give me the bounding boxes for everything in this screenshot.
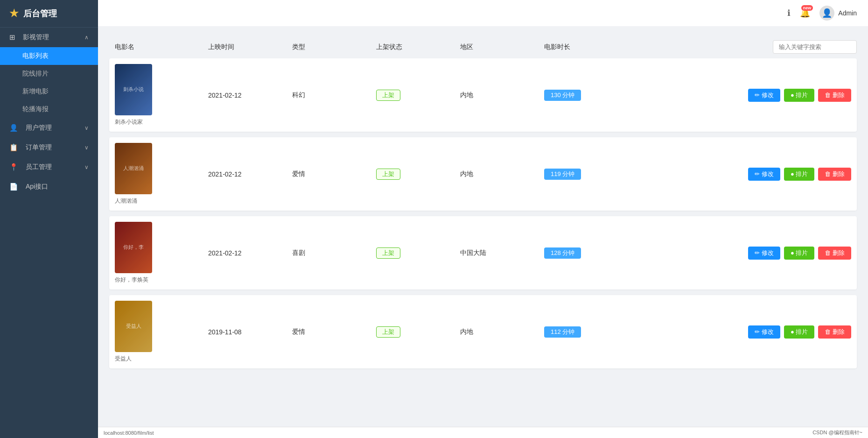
col-header-movie-name: 电影名 (115, 43, 208, 51)
status-badge-2: 上架 (376, 247, 400, 259)
status-badge-3: 上架 (376, 326, 400, 338)
action-buttons-3: ✏ 修改 ● 排片 🗑 删除 (628, 325, 851, 339)
movie-date-1: 2021-02-12 (208, 170, 292, 178)
chevron-down-icon-order: ∨ (84, 144, 89, 151)
sidebar-group-api-label: Api接口 (26, 183, 89, 191)
chevron-down-icon-staff: ∨ (84, 164, 89, 170)
sidebar-item-add-movie[interactable]: 新增电影 (0, 83, 98, 100)
duration-badge-2: 128 分钟 (544, 247, 581, 259)
status-url: localhost:8080/film/list (104, 430, 154, 436)
movie-date-0: 2021-02-12 (208, 92, 292, 99)
movie-title-1: 人潮汹涌 (115, 197, 137, 205)
sidebar-group-media[interactable]: ⊞ 影视管理 ∧ (0, 28, 98, 47)
status-badge-0: 上架 (376, 90, 400, 101)
content: 电影名 上映时间 类型 上架状态 地区 电影时长 刺杀小说 刺杀小说家 2021… (98, 26, 868, 427)
movie-region-2: 中国大陆 (460, 249, 544, 257)
movie-duration-1: 119 分钟 (544, 169, 628, 180)
sidebar-section-order: 📋 订单管理 ∨ (0, 138, 98, 157)
sidebar-group-user-label: 用户管理 (26, 124, 81, 132)
order-icon: 📋 (9, 143, 18, 152)
movie-status-3: 上架 (376, 326, 460, 338)
svg-text:人潮汹涌: 人潮汹涌 (123, 165, 144, 171)
sidebar-item-carousel-poster[interactable]: 轮播海报 (0, 100, 98, 118)
table-row: 你好，李 你好，李焕英 2021-02-12 喜剧 上架 中国大陆 128 分钟… (109, 216, 857, 290)
action-buttons-2: ✏ 修改 ● 排片 🗑 删除 (628, 247, 851, 260)
table-row: 刺杀小说 刺杀小说家 2021-02-12 科幻 上架 内地 130 分钟 ✏ … (109, 58, 857, 132)
schedule-button-3[interactable]: ● 排片 (784, 325, 814, 339)
duration-badge-3: 112 分钟 (544, 326, 581, 338)
sidebar-logo: ★ 后台管理 (0, 0, 98, 28)
sidebar-section-media: ⊞ 影视管理 ∧ 电影列表 院线排片 新增电影 轮播海报 (0, 28, 98, 118)
movie-date-2: 2021-02-12 (208, 249, 292, 257)
movie-duration-3: 112 分钟 (544, 326, 628, 338)
movie-poster-0: 刺杀小说 (115, 64, 152, 115)
notification-badge: new (801, 5, 813, 11)
delete-button-0[interactable]: 🗑 删除 (818, 89, 851, 102)
status-bar: localhost:8080/film/list CSDN @编程指南针~ (98, 427, 868, 438)
movie-type-2: 喜剧 (292, 249, 376, 257)
movie-poster-3: 受益人 (115, 301, 152, 352)
top-bar: ℹ 🔔 new 👤 Admin (98, 0, 868, 26)
sidebar-item-cinema-schedule[interactable]: 院线排片 (0, 65, 98, 83)
edit-button-2[interactable]: ✏ 修改 (748, 247, 780, 260)
avatar: 👤 (819, 6, 834, 21)
staff-icon: 📍 (9, 163, 18, 171)
schedule-button-2[interactable]: ● 排片 (784, 247, 814, 260)
col-header-duration: 电影时长 (544, 43, 637, 51)
movie-status-0: 上架 (376, 90, 460, 101)
sidebar-group-api[interactable]: 📄 Api接口 (0, 177, 98, 197)
sidebar-item-movie-list[interactable]: 电影列表 (0, 47, 98, 65)
info-icon[interactable]: ℹ (787, 8, 791, 18)
sidebar-group-staff[interactable]: 📍 员工管理 ∨ (0, 157, 98, 177)
sidebar-section-staff: 📍 员工管理 ∨ (0, 157, 98, 177)
movie-region-1: 内地 (460, 170, 544, 178)
user-icon: 👤 (9, 124, 18, 132)
search-input[interactable] (773, 40, 857, 54)
col-header-type: 类型 (292, 43, 376, 51)
sidebar-group-staff-label: 员工管理 (26, 163, 81, 171)
sidebar-section-api: 📄 Api接口 (0, 177, 98, 197)
movie-poster-1: 人潮汹涌 (115, 143, 152, 194)
duration-badge-1: 119 分钟 (544, 169, 581, 180)
api-icon: 📄 (9, 183, 18, 191)
movie-poster-2: 你好，李 (115, 222, 152, 273)
sidebar-group-media-label: 影视管理 (23, 33, 81, 42)
delete-button-1[interactable]: 🗑 删除 (818, 168, 851, 181)
notification-icon[interactable]: 🔔 new (800, 8, 810, 18)
col-header-date: 上映时间 (208, 43, 292, 51)
action-buttons-0: ✏ 修改 ● 排片 🗑 删除 (628, 89, 851, 102)
movie-region-0: 内地 (460, 91, 544, 99)
movie-poster-area-2: 你好，李 你好，李焕英 (115, 222, 208, 284)
edit-button-0[interactable]: ✏ 修改 (748, 89, 780, 102)
delete-button-2[interactable]: 🗑 删除 (818, 247, 851, 260)
action-buttons-1: ✏ 修改 ● 排片 🗑 删除 (628, 168, 851, 181)
edit-button-1[interactable]: ✏ 修改 (748, 168, 780, 181)
delete-button-3[interactable]: 🗑 删除 (818, 325, 851, 339)
sidebar: ★ 后台管理 ⊞ 影视管理 ∧ 电影列表 院线排片 新增电影 轮播海报 👤 用户… (0, 0, 98, 438)
movie-duration-2: 128 分钟 (544, 247, 628, 259)
movie-type-3: 爱情 (292, 328, 376, 336)
user-info[interactable]: 👤 Admin (819, 6, 857, 21)
status-badge-1: 上架 (376, 169, 400, 180)
movie-duration-0: 130 分钟 (544, 90, 628, 101)
schedule-button-0[interactable]: ● 排片 (784, 89, 814, 102)
sidebar-group-order[interactable]: 📋 订单管理 ∨ (0, 138, 98, 157)
movie-title-2: 你好，李焕英 (115, 276, 148, 284)
username: Admin (838, 9, 857, 17)
schedule-button-1[interactable]: ● 排片 (784, 168, 814, 181)
app-title: 后台管理 (23, 8, 57, 19)
col-header-status: 上架状态 (376, 43, 460, 51)
movie-type-1: 爱情 (292, 170, 376, 178)
edit-button-3[interactable]: ✏ 修改 (748, 325, 780, 339)
table-row: 受益人 受益人 2019-11-08 爱情 上架 内地 112 分钟 ✏ 修改 … (109, 295, 857, 368)
sidebar-group-user[interactable]: 👤 用户管理 ∨ (0, 118, 98, 138)
movie-poster-area-1: 人潮汹涌 人潮汹涌 (115, 143, 208, 205)
main-area: ℹ 🔔 new 👤 Admin 电影名 上映时间 类型 上架状态 地区 电影时长 (98, 0, 868, 438)
movie-list: 刺杀小说 刺杀小说家 2021-02-12 科幻 上架 内地 130 分钟 ✏ … (109, 58, 857, 368)
col-header-region: 地区 (460, 43, 544, 51)
table-row: 人潮汹涌 人潮汹涌 2021-02-12 爱情 上架 内地 119 分钟 ✏ 修… (109, 137, 857, 211)
movie-status-2: 上架 (376, 247, 460, 259)
duration-badge-0: 130 分钟 (544, 90, 581, 101)
movie-poster-area-3: 受益人 受益人 (115, 301, 208, 363)
svg-text:你好，李: 你好，李 (123, 244, 144, 250)
